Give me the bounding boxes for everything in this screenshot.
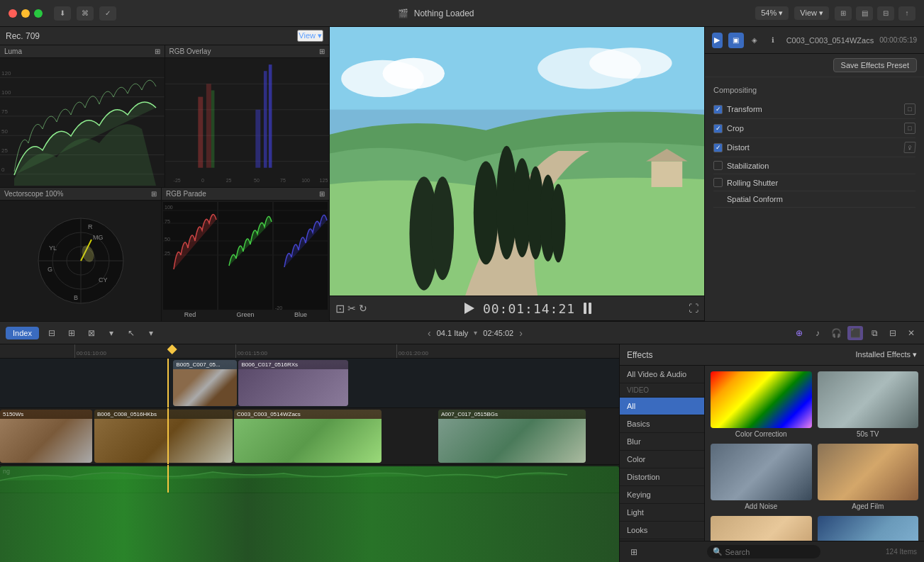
clip-view2-icon[interactable]: ⊠ [84, 326, 99, 340]
effect-color-correction-thumb [711, 371, 812, 428]
inspector-video-icon[interactable]: ▶ [712, 33, 723, 48]
effect-50s-tv[interactable]: 50s TV [818, 371, 919, 438]
timeline-icon[interactable]: ⊟ [877, 6, 894, 21]
zoom-percent-button[interactable]: 54% ▾ [755, 6, 789, 20]
svg-rect-26 [263, 71, 267, 168]
crop-expand-icon[interactable]: □ [904, 123, 915, 134]
audio-icon[interactable]: ♪ [811, 326, 825, 340]
clip-b005-label: B005_C007_05... [173, 360, 237, 369]
effects-search-input[interactable] [725, 548, 815, 556]
clip-view-icon[interactable]: ⊞ [65, 326, 79, 340]
clips-icon[interactable]: ▤ [856, 6, 873, 21]
play-button[interactable] [464, 303, 474, 314]
svg-rect-24 [206, 84, 211, 167]
effects-cat-light[interactable]: Light [620, 504, 704, 522]
clip-dropdown-arrow[interactable]: ▾ [474, 329, 477, 337]
clip-b005[interactable]: B005_C007_05... [173, 360, 237, 406]
fullscreen-icon[interactable]: ⛶ [689, 303, 698, 314]
effects-cat-looks[interactable]: Looks [620, 522, 704, 539]
view-button[interactable]: View ▾ [794, 6, 829, 20]
vectorscope-expand-icon[interactable]: ⊞ [151, 190, 157, 198]
crop-checkbox[interactable]: ✓ [713, 124, 723, 133]
svg-rect-28 [211, 91, 214, 168]
scopes-top: Luma ⊞ 120 100 75 [0, 45, 329, 188]
inspector-tab-info[interactable]: ℹ [765, 33, 781, 48]
effects-cat-blur[interactable]: Blur [620, 433, 704, 451]
key-icon[interactable]: ⌘ [77, 6, 94, 21]
minimize-button[interactable] [21, 9, 30, 18]
save-effects-button[interactable]: Save Effects Preset [833, 58, 917, 72]
svg-rect-27 [268, 64, 272, 168]
clip-b006-v2[interactable]: B006_C017_0516RXs [238, 360, 348, 406]
list-view-icon[interactable]: ⊟ [45, 326, 59, 340]
cursor-dropdown-icon[interactable]: ▾ [144, 326, 158, 340]
svg-text:CY: CY [99, 276, 108, 283]
index-button[interactable]: Index [6, 327, 39, 339]
effect-artifacts[interactable]: Artifacts [818, 516, 919, 541]
svg-text:R: R [88, 223, 93, 230]
transform-expand-icon[interactable]: □ [904, 103, 915, 115]
svg-text:0: 0 [1, 167, 5, 173]
clip-c003[interactable]: C003_C003_0514WZacs [234, 410, 382, 463]
effect-aged-film[interactable]: Aged Film [818, 444, 919, 510]
zoom-in-icon[interactable]: ⊕ [792, 326, 806, 340]
inspector-tab-audio[interactable]: ◈ [747, 33, 762, 48]
inspector-tab-video[interactable]: ▣ [728, 33, 744, 48]
check-icon[interactable]: ✓ [99, 6, 116, 21]
snap-icon[interactable]: ⊟ [886, 326, 900, 340]
prev-clip-arrow[interactable]: ‹ [428, 327, 431, 339]
color-icon[interactable]: ⬛ [847, 326, 863, 340]
pause-button[interactable] [584, 303, 591, 314]
scopes-view-button[interactable]: View ▾ [297, 30, 323, 42]
parade-red-channel: 100 75 50 25 Red [163, 202, 217, 320]
clip-appearance-icon[interactable]: ⧉ [867, 326, 881, 340]
distort-expand-icon[interactable]: ⧬ [903, 142, 915, 153]
effects-cat-all-video-audio[interactable]: All Video & Audio [620, 366, 704, 383]
parade-green-label: Green [218, 310, 272, 320]
rolling-shutter-checkbox[interactable] [713, 178, 723, 187]
maximize-button[interactable] [34, 9, 43, 18]
distort-label: Distort [727, 143, 750, 152]
svg-text:25: 25 [1, 147, 8, 154]
effects-cat-distortion[interactable]: Distortion [620, 468, 704, 486]
cursor-icon[interactable]: ↖ [124, 326, 138, 340]
toolbar-icon-left[interactable]: ⊡ [335, 302, 345, 315]
clip-a007[interactable]: A007_C017_0515BGs [438, 410, 586, 463]
close-button[interactable] [9, 9, 17, 18]
clip-5150ws[interactable]: 5150Ws [0, 410, 92, 463]
current-clip-name[interactable]: 04.1 Italy [437, 329, 469, 337]
toolbar-icon-refresh[interactable]: ↻ [359, 303, 367, 314]
clip-c003-label: C003_C003_0514WZacs [234, 410, 382, 419]
close-timeline-icon[interactable]: ✕ [904, 326, 918, 340]
toolbar-icon-scissors[interactable]: ✂ [347, 303, 356, 314]
rgb-overlay-expand-icon[interactable]: ⊞ [319, 47, 325, 55]
effects-cat-keying[interactable]: Keying [620, 486, 704, 504]
effect-color-correction[interactable]: Color Correction [711, 371, 812, 438]
rgb-parade-expand-icon[interactable]: ⊞ [319, 190, 325, 198]
effects-cat-basics[interactable]: Basics [620, 415, 704, 433]
effects-cat-all[interactable]: All [620, 398, 704, 415]
transform-checkbox[interactable]: ✓ [713, 105, 723, 114]
effects-cat-color[interactable]: Color [620, 451, 704, 468]
effect-aged-paper[interactable]: Aged Paper [711, 516, 812, 541]
effect-add-noise[interactable]: Add Noise [711, 444, 812, 510]
installed-effects-button[interactable]: Installed Effects ▾ [855, 350, 917, 359]
svg-text:125: 125 [319, 178, 328, 183]
dropdown-icon[interactable]: ▾ [104, 326, 118, 340]
clip-b006-c008[interactable]: B006_C008_0516HKbs [94, 410, 233, 463]
inspector-transform-item: ✓ Transform □ [713, 100, 915, 119]
export-icon[interactable]: ↑ [898, 6, 915, 21]
vectorscope-content: R MG YL B G CY [0, 201, 161, 321]
distort-checkbox[interactable]: ✓ [713, 143, 723, 152]
next-clip-arrow[interactable]: › [519, 327, 523, 339]
import-icon[interactable]: ⬇ [54, 6, 71, 21]
inspector-timecode: 00:00:05:19 [879, 36, 917, 44]
effects-items-count: 124 Items [886, 548, 917, 556]
luma-expand-icon[interactable]: ⊞ [155, 47, 160, 55]
headphone-icon[interactable]: 🎧 [829, 326, 843, 340]
effects-categories: All Video & Audio VIDEO All Basics Blur … [620, 366, 705, 541]
layout-icon[interactable]: ⊞ [835, 6, 852, 21]
stabilization-checkbox[interactable] [713, 161, 723, 170]
playhead-diamond [167, 344, 177, 354]
effects-grid-view-icon[interactable]: ⊞ [627, 545, 641, 559]
